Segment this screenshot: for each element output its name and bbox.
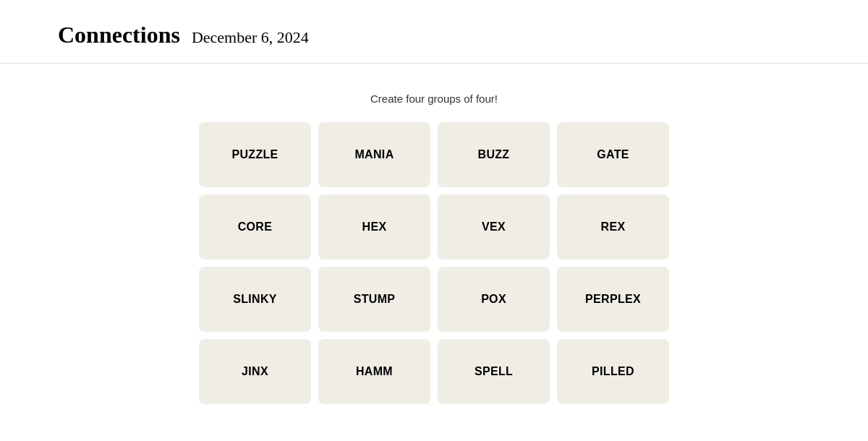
page-header: Connections December 6, 2024 bbox=[0, 0, 868, 64]
tile-label: JINX bbox=[242, 365, 268, 378]
game-instruction: Create four groups of four! bbox=[370, 93, 498, 105]
tile-rex[interactable]: REX bbox=[557, 194, 669, 260]
tile-grid: PUZZLEMANIABUZZGATECOREHEXVEXREXSLINKYST… bbox=[199, 122, 669, 404]
tile-label: SLINKY bbox=[233, 293, 277, 306]
tile-perplex[interactable]: PERPLEX bbox=[557, 267, 669, 332]
tile-label: HEX bbox=[362, 220, 387, 234]
tile-label: GATE bbox=[597, 148, 629, 161]
tile-spell[interactable]: SPELL bbox=[438, 339, 550, 404]
page-date: December 6, 2024 bbox=[192, 28, 309, 47]
tile-stump[interactable]: STUMP bbox=[318, 267, 430, 332]
main-content: Create four groups of four! PUZZLEMANIAB… bbox=[0, 64, 868, 419]
tile-buzz[interactable]: BUZZ bbox=[438, 122, 550, 187]
tile-label: REX bbox=[601, 220, 626, 234]
tile-label: MANIA bbox=[354, 148, 393, 161]
tile-label: VEX bbox=[482, 220, 506, 234]
tile-label: POX bbox=[481, 293, 506, 306]
tile-jinx[interactable]: JINX bbox=[199, 339, 311, 404]
page-title: Connections bbox=[58, 22, 180, 48]
tile-mania[interactable]: MANIA bbox=[318, 122, 430, 187]
tile-puzzle[interactable]: PUZZLE bbox=[199, 122, 311, 187]
tile-label: STUMP bbox=[354, 293, 396, 306]
tile-label: BUZZ bbox=[478, 148, 510, 161]
tile-slinky[interactable]: SLINKY bbox=[199, 267, 311, 332]
tile-pox[interactable]: POX bbox=[438, 267, 550, 332]
tile-label: SPELL bbox=[475, 365, 513, 378]
tile-hamm[interactable]: HAMM bbox=[318, 339, 430, 404]
tile-label: HAMM bbox=[356, 365, 393, 378]
tile-label: PUZZLE bbox=[231, 148, 278, 161]
tile-core[interactable]: CORE bbox=[199, 194, 311, 260]
tile-label: CORE bbox=[238, 220, 273, 234]
tile-pilled[interactable]: PILLED bbox=[557, 339, 669, 404]
tile-label: PERPLEX bbox=[585, 293, 641, 306]
tile-vex[interactable]: VEX bbox=[438, 194, 550, 260]
tile-label: PILLED bbox=[592, 365, 634, 378]
tile-hex[interactable]: HEX bbox=[318, 194, 430, 260]
tile-gate[interactable]: GATE bbox=[557, 122, 669, 187]
